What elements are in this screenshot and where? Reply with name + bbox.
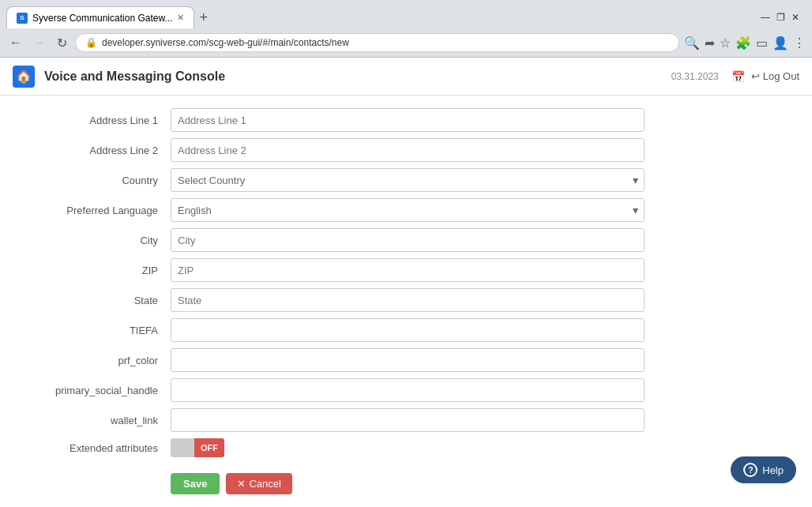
cancel-button[interactable]: ✕ Cancel xyxy=(226,473,291,494)
prf-color-label: prf_color xyxy=(13,355,171,366)
country-label: Country xyxy=(13,175,171,186)
country-row: Country Select Country ▾ xyxy=(0,168,812,192)
forward-button[interactable]: → xyxy=(30,34,49,51)
tiefa-input[interactable] xyxy=(171,318,645,342)
help-label: Help xyxy=(762,464,784,476)
address-line-2-label: Address Line 2 xyxy=(13,145,171,156)
zip-input[interactable] xyxy=(171,258,645,282)
zip-label: ZIP xyxy=(13,265,171,276)
new-tab-button[interactable]: + xyxy=(199,9,208,26)
state-input[interactable] xyxy=(171,288,645,312)
language-select-wrapper: English ▾ xyxy=(171,198,645,222)
browser-tab[interactable]: S Syverse Communication Gatew... ✕ xyxy=(6,6,194,28)
menu-icon[interactable]: ⋮ xyxy=(793,36,806,51)
logout-label: Log Out xyxy=(763,70,799,82)
calendar-icon: 📅 xyxy=(731,70,745,83)
zip-row: ZIP xyxy=(0,258,812,282)
help-button[interactable]: ? Help xyxy=(731,456,796,483)
minimize-button[interactable]: — xyxy=(761,12,770,23)
window-controls: — ❐ ✕ xyxy=(761,12,806,23)
city-row: City xyxy=(0,228,812,252)
tab-favicon: S xyxy=(17,13,28,24)
wallet-link-label: wallet_link xyxy=(13,415,171,426)
preferred-language-label: Preferred Language xyxy=(13,205,171,216)
primary-social-handle-input[interactable] xyxy=(171,378,645,402)
country-select[interactable]: Select Country xyxy=(171,168,645,192)
app-header: 🏠 Voice and Messaging Console 03.31.2023… xyxy=(0,58,812,96)
wallet-link-input[interactable] xyxy=(171,408,645,432)
save-button[interactable]: Save xyxy=(171,473,220,494)
form-container: Address Line 1 Address Line 2 Country Se… xyxy=(0,96,812,507)
address-line-1-row: Address Line 1 xyxy=(0,108,812,132)
browser-chrome: S Syverse Communication Gatew... ✕ + — ❐… xyxy=(0,0,812,58)
main-content: Address Line 1 Address Line 2 Country Se… xyxy=(0,96,812,507)
address-bar-row: ← → ↻ 🔒 developer.syniverse.com/scg-web-… xyxy=(0,28,812,57)
help-icon-text: ? xyxy=(748,465,754,475)
tab-bar: S Syverse Communication Gatew... ✕ + — ❐… xyxy=(0,0,812,28)
address-line-2-input[interactable] xyxy=(171,138,645,162)
address-line-1-input[interactable] xyxy=(171,108,645,132)
language-select[interactable]: English xyxy=(171,198,645,222)
help-circle-icon: ? xyxy=(743,463,757,477)
prf-color-row: prf_color xyxy=(0,348,812,372)
logout-button[interactable]: ↩ Log Out xyxy=(751,70,799,82)
extended-attributes-row: Extended attributes OFF xyxy=(0,438,812,457)
prf-color-input[interactable] xyxy=(171,348,645,372)
share-icon[interactable]: ➦ xyxy=(705,36,715,51)
app-title: Voice and Messaging Console xyxy=(44,69,671,84)
home-icon[interactable]: 🏠 xyxy=(13,66,35,88)
tiefa-row: TIEFA xyxy=(0,318,812,342)
primary-social-handle-row: primary_social_handle xyxy=(0,378,812,402)
address-line-1-label: Address Line 1 xyxy=(13,115,171,126)
preferred-language-row: Preferred Language English ▾ xyxy=(0,198,812,222)
toggle-on-label: OFF xyxy=(194,438,224,457)
tab-title: Syverse Communication Gatew... xyxy=(32,13,172,24)
profile-icon[interactable]: 👤 xyxy=(773,36,788,51)
reload-button[interactable]: ↻ xyxy=(54,34,70,52)
extended-attributes-toggle[interactable]: OFF xyxy=(171,438,224,457)
state-row: State xyxy=(0,288,812,312)
city-label: City xyxy=(13,235,171,246)
state-label: State xyxy=(13,295,171,306)
primary-social-handle-label: primary_social_handle xyxy=(13,385,171,396)
search-icon[interactable]: 🔍 xyxy=(684,36,700,51)
logout-icon: ↩ xyxy=(751,70,760,82)
close-button[interactable]: ✕ xyxy=(791,12,799,23)
toggle-off-part xyxy=(171,438,194,457)
bookmark-icon[interactable]: ☆ xyxy=(720,36,731,51)
maximize-button[interactable]: ❐ xyxy=(776,12,785,23)
lock-icon: 🔒 xyxy=(85,37,97,48)
toolbar-icons: 🔍 ➦ ☆ 🧩 ▭ 👤 ⋮ xyxy=(684,36,806,51)
extensions-icon[interactable]: 🧩 xyxy=(735,36,751,51)
cancel-x-icon: ✕ xyxy=(237,478,246,490)
address-line-2-row: Address Line 2 xyxy=(0,138,812,162)
button-row: Save ✕ Cancel xyxy=(0,464,812,507)
address-bar[interactable]: 🔒 developer.syniverse.com/scg-web-gui/#/… xyxy=(75,33,679,52)
city-input[interactable] xyxy=(171,228,645,252)
tiefa-label: TIEFA xyxy=(13,325,171,336)
extended-attributes-label: Extended attributes xyxy=(13,442,171,454)
wallet-link-row: wallet_link xyxy=(0,408,812,432)
country-select-wrapper: Select Country ▾ xyxy=(171,168,645,192)
url-text: developer.syniverse.com/scg-web-gui/#/ma… xyxy=(102,37,669,48)
tab-close-button[interactable]: ✕ xyxy=(177,13,184,23)
header-date: 03.31.2023 xyxy=(671,71,719,82)
back-button[interactable]: ← xyxy=(6,34,25,51)
sidebar-icon[interactable]: ▭ xyxy=(756,36,768,51)
cancel-label: Cancel xyxy=(249,478,280,490)
